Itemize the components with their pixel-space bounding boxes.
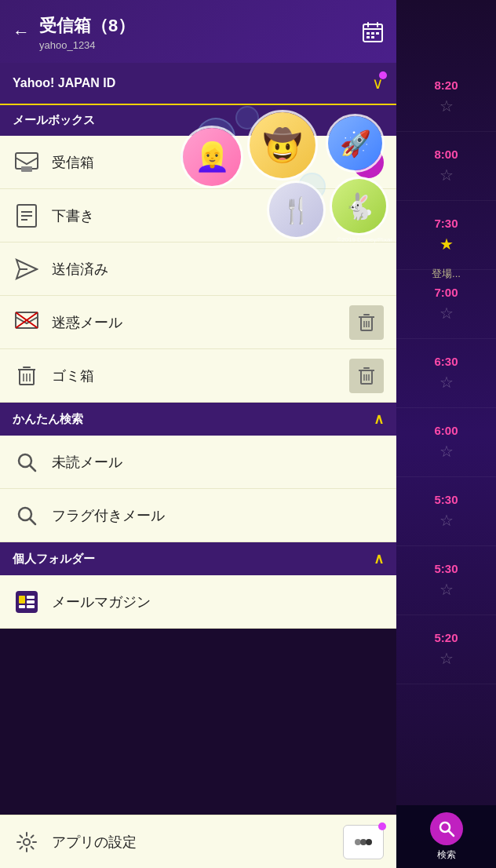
settings-badge xyxy=(343,825,384,859)
account-name: yahoo_1234 xyxy=(39,39,362,51)
personal-folder-label: 個人フォルダー xyxy=(13,552,95,567)
inbox-icon xyxy=(13,148,41,177)
unread-label: 未読メール xyxy=(52,453,384,472)
star-1[interactable]: ☆ xyxy=(439,97,454,115)
back-button[interactable]: ← xyxy=(13,22,30,42)
time-3: 7:30 xyxy=(434,217,458,230)
svg-line-39 xyxy=(30,465,35,471)
time-6: 6:00 xyxy=(434,424,458,437)
svg-rect-6 xyxy=(376,32,379,35)
spam-delete-button[interactable] xyxy=(349,305,384,340)
notification-dot xyxy=(379,71,387,79)
svg-rect-8 xyxy=(371,36,374,38)
spam-label: 迷惑メール xyxy=(52,313,349,332)
trash-item[interactable]: ゴミ箱 xyxy=(0,349,396,403)
settings-row[interactable]: アプリの設定 xyxy=(0,815,396,868)
settings-icon xyxy=(13,828,41,856)
star-9[interactable]: ☆ xyxy=(439,649,454,668)
time-entry-2: 8:00 ☆ xyxy=(396,132,496,201)
svg-rect-44 xyxy=(27,596,35,599)
svg-rect-10 xyxy=(21,166,32,172)
right-time-panel: 8:20 ☆ 8:00 ☆ 7:30 ★ 7:00 ☆ 6:30 ☆ 6:00 … xyxy=(396,63,496,684)
svg-rect-46 xyxy=(27,605,35,608)
inbox-label: 受信箱 xyxy=(52,153,352,172)
trash-icon xyxy=(13,362,41,390)
entry-text: 登場... xyxy=(396,267,496,281)
magazine-label: メールマガジン xyxy=(52,593,384,611)
time-entry-9: 5:20 ☆ xyxy=(396,615,496,684)
main-panel: ← 受信箱（8） yahoo_1234 Yahoo! JAPAN ID ∨ xyxy=(0,0,396,868)
drafts-label: 下書き xyxy=(52,206,384,225)
time-5: 6:30 xyxy=(434,355,458,368)
svg-line-41 xyxy=(30,519,35,524)
settings-label: アプリの設定 xyxy=(52,833,343,852)
time-4: 7:00 xyxy=(434,286,458,299)
magazine-item[interactable]: メールマガジン xyxy=(0,575,396,629)
personal-folder-header[interactable]: 個人フォルダー ∧ xyxy=(0,542,396,575)
header-title-block: 受信箱（8） yahoo_1234 xyxy=(39,14,362,51)
page-title: 受信箱（8） xyxy=(39,14,362,38)
yahoo-id-row[interactable]: Yahoo! JAPAN ID ∨ xyxy=(0,63,396,105)
magazine-icon xyxy=(13,588,41,616)
spam-icon xyxy=(13,308,41,337)
unread-item[interactable]: 未読メール xyxy=(0,436,396,489)
bottom-search-bar: 検索 xyxy=(396,805,496,868)
svg-rect-45 xyxy=(27,600,35,604)
time-entry-3: 7:30 ★ xyxy=(396,201,496,270)
unread-search-icon xyxy=(13,448,41,476)
settings-notification-dot xyxy=(378,822,386,830)
inbox-badge: 8 xyxy=(352,147,384,178)
star-7[interactable]: ☆ xyxy=(439,511,454,530)
flagged-item[interactable]: フラグ付きメール xyxy=(0,489,396,542)
sent-label: 送信済み xyxy=(52,260,384,279)
trash-label: ゴミ箱 xyxy=(52,367,349,385)
yahoo-id-label: Yahoo! JAPAN ID xyxy=(13,76,115,90)
flagged-search-icon xyxy=(13,501,41,530)
svg-point-50 xyxy=(360,839,367,845)
time-entry-6: 6:00 ☆ xyxy=(396,408,496,477)
spam-item[interactable]: 迷惑メール xyxy=(0,296,396,349)
yahoo-chevron-icon: ∨ xyxy=(372,74,384,93)
time-1: 8:20 xyxy=(434,78,458,92)
star-2[interactable]: ☆ xyxy=(439,166,454,184)
quick-search-label: かんたん検索 xyxy=(13,412,83,427)
inbox-item[interactable]: 受信箱 8 xyxy=(0,136,396,189)
svg-rect-4 xyxy=(367,32,370,35)
svg-line-53 xyxy=(448,830,454,836)
svg-rect-5 xyxy=(371,32,374,35)
search-button[interactable] xyxy=(430,812,463,845)
time-8: 5:30 xyxy=(434,562,458,575)
svg-rect-7 xyxy=(367,36,370,38)
calendar-button[interactable] xyxy=(362,21,384,43)
time-2: 8:00 xyxy=(434,148,458,161)
star-3[interactable]: ★ xyxy=(439,235,454,253)
quick-search-header[interactable]: かんたん検索 ∧ xyxy=(0,403,396,436)
drafts-item[interactable]: 下書き xyxy=(0,189,396,243)
header: ← 受信箱（8） yahoo_1234 xyxy=(0,0,396,63)
time-entry-1: 8:20 ☆ xyxy=(396,63,496,132)
svg-point-51 xyxy=(366,839,372,845)
star-4[interactable]: ☆ xyxy=(439,304,454,323)
drafts-icon xyxy=(13,202,41,230)
svg-rect-43 xyxy=(19,596,25,604)
time-entry-8: 5:30 ☆ xyxy=(396,546,496,615)
quick-search-collapse-icon: ∧ xyxy=(374,410,384,428)
time-entry-5: 6:30 ☆ xyxy=(396,339,496,408)
sent-item[interactable]: 送信済み xyxy=(0,243,396,296)
star-6[interactable]: ☆ xyxy=(439,442,454,461)
sent-icon xyxy=(13,255,41,283)
time-9: 5:20 xyxy=(434,631,458,644)
svg-point-49 xyxy=(355,839,361,845)
search-label: 検索 xyxy=(437,848,456,862)
time-entry-7: 5:30 ☆ xyxy=(396,477,496,546)
personal-folder-collapse-icon: ∧ xyxy=(374,550,384,567)
mailbox-section-label: メールボックス xyxy=(13,113,95,126)
star-5[interactable]: ☆ xyxy=(439,373,454,392)
svg-point-48 xyxy=(24,839,30,845)
trash-delete-button[interactable] xyxy=(349,359,384,393)
flagged-label: フラグ付きメール xyxy=(52,506,384,525)
mailbox-section-header: メールボックス xyxy=(0,105,396,136)
star-8[interactable]: ☆ xyxy=(439,580,454,599)
time-7: 5:30 xyxy=(434,493,458,506)
svg-rect-47 xyxy=(19,605,25,608)
